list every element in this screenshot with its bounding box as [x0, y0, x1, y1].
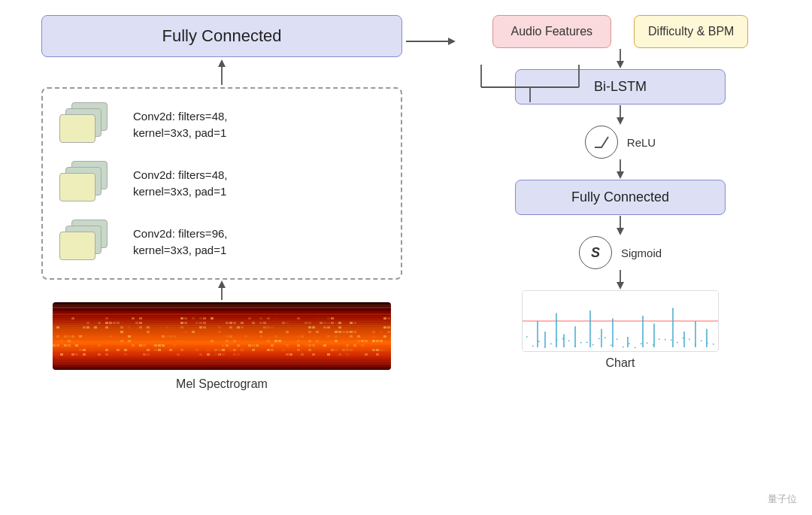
fully-connected-top-label: Fully Connected	[162, 26, 282, 45]
conv-row-1: Conv2d: filters=48,kernel=3x3, pad=1	[58, 102, 386, 147]
fully-connected-mid-box: Fully Connected	[515, 180, 726, 215]
svg-marker-3	[218, 280, 226, 288]
left-section: Fully Connected Conv2d: filters=48,kerne…	[23, 15, 421, 500]
watermark: 量子位	[768, 492, 797, 506]
conv-row-2: Conv2d: filters=48,kernel=3x3, pad=1	[58, 161, 386, 206]
bi-lstm-label: Bi-LSTM	[594, 79, 647, 94]
sigmoid-circle: S	[579, 236, 612, 269]
conv2-label: Conv2d: filters=48,kernel=3x3, pad=1	[133, 167, 228, 201]
conv-row-3: Conv2d: filters=96,kernel=3x3, pad=1	[58, 220, 386, 265]
arrow-spec-to-conv	[214, 280, 229, 302]
difficulty-box: Difficulty & BPM	[634, 15, 748, 48]
conv3-stack-icon	[58, 220, 118, 265]
arrow-to-sigmoid	[613, 215, 628, 236]
spectrogram-section: Mel Spectrogram	[53, 302, 391, 391]
output-chart	[522, 290, 719, 352]
bi-lstm-box: Bi-LSTM	[515, 69, 726, 105]
relu-row: ReLU	[585, 126, 656, 159]
conv-layers-box: Conv2d: filters=48,kernel=3x3, pad=1 Con…	[41, 87, 402, 280]
relu-label: ReLU	[627, 136, 656, 149]
arrow-to-chart	[613, 269, 628, 290]
right-section: Audio Features Difficulty & BPM Bi-LSTM	[451, 15, 789, 500]
svg-marker-7	[617, 117, 624, 125]
relu-circle	[585, 126, 618, 159]
sigmoid-label: Sigmoid	[621, 247, 662, 259]
svg-marker-11	[617, 228, 624, 235]
fully-connected-mid-label: Fully Connected	[571, 189, 669, 204]
audio-features-box: Audio Features	[492, 15, 612, 48]
difficulty-label: Difficulty & BPM	[648, 25, 734, 38]
arrow-dashed-to-fc	[214, 57, 229, 87]
arrow-to-fc	[613, 159, 628, 180]
spectrogram-canvas	[53, 302, 391, 370]
top-input-boxes: Audio Features Difficulty & BPM	[492, 15, 749, 48]
fully-connected-top-box: Fully Connected	[41, 15, 402, 57]
svg-marker-13	[617, 282, 624, 289]
sigmoid-row: S Sigmoid	[579, 236, 662, 269]
svg-marker-5	[617, 61, 624, 68]
chart-section: Chart	[522, 290, 719, 370]
conv1-label: Conv2d: filters=48,kernel=3x3, pad=1	[133, 108, 228, 142]
conv3-label: Conv2d: filters=96,kernel=3x3, pad=1	[133, 226, 228, 259]
audio-features-label: Audio Features	[511, 25, 593, 38]
conv1-stack-icon	[58, 102, 118, 147]
watermark-text: 量子位	[768, 493, 797, 504]
arrow-to-bilstm	[613, 48, 628, 69]
svg-marker-9	[617, 171, 624, 179]
arrow-to-relu	[613, 105, 628, 126]
svg-marker-1	[218, 59, 226, 67]
chart-label: Chart	[605, 356, 635, 370]
spectrogram-label: Mel Spectrogram	[176, 377, 268, 391]
spectrogram-image	[53, 302, 391, 370]
conv2-stack-icon	[58, 161, 118, 206]
main-container: Fully Connected Conv2d: filters=48,kerne…	[0, 0, 812, 515]
